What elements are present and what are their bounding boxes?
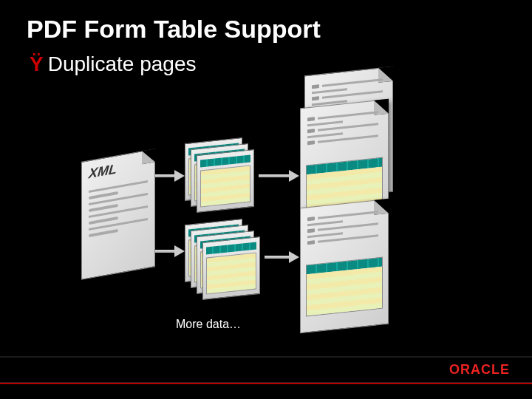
brand-name: ORACLE [449, 362, 510, 378]
footer-bar: ORACLE [0, 356, 532, 383]
diagram: XML [81, 81, 421, 332]
pdf-output-bottom [300, 199, 389, 334]
slide-title: PDF Form Table Support [0, 0, 532, 44]
bullet-item: Ÿ Duplicate pages [0, 44, 532, 76]
footer-accent-line [0, 383, 532, 384]
diagram-caption: More data… [176, 318, 241, 331]
bullet-marker: Ÿ [30, 52, 44, 76]
bullet-text: Duplicate pages [48, 52, 197, 76]
oracle-logo: ORACLE [449, 362, 510, 378]
xml-source-doc: XML [81, 149, 155, 280]
